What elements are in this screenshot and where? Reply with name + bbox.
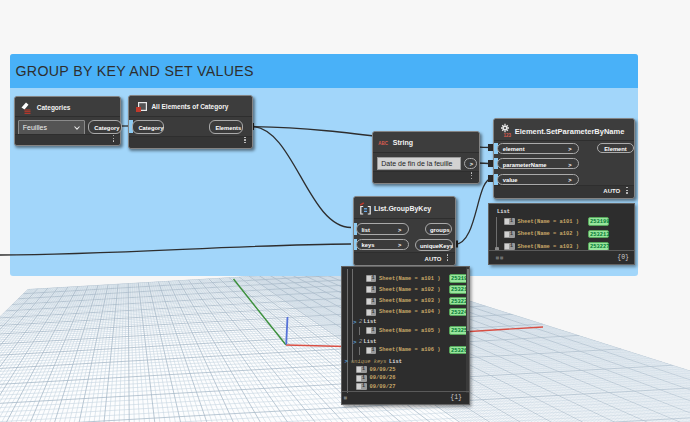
svg-text:123: 123 [503, 133, 511, 138]
